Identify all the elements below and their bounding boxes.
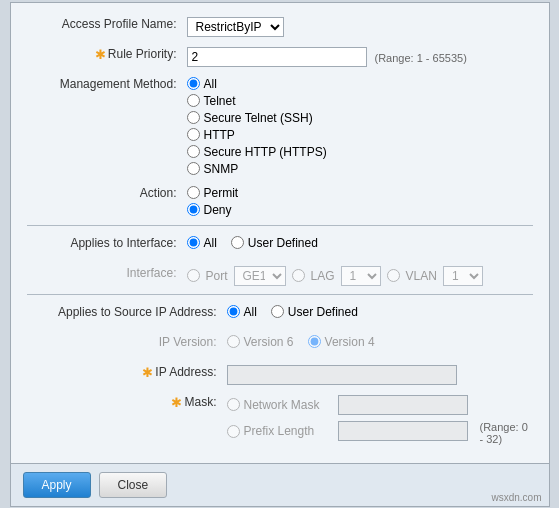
dialog-footer: Apply Close bbox=[11, 463, 549, 506]
source-ip-all-label: All bbox=[244, 305, 257, 319]
source-ip-user-label: User Defined bbox=[288, 305, 358, 319]
mgmt-telnet-radio[interactable] bbox=[187, 94, 200, 107]
action-deny-label: Deny bbox=[204, 203, 232, 217]
ip-version-group: Version 6 Version 4 bbox=[227, 335, 375, 349]
prefix-length-label: Prefix Length bbox=[244, 424, 334, 438]
management-method-row: Management Method: All Telnet bbox=[27, 75, 533, 176]
applies-source-ip-label: Applies to Source IP Address: bbox=[27, 303, 227, 319]
iface-vlan-label: VLAN bbox=[406, 269, 437, 283]
mgmt-telnet-option: Telnet bbox=[187, 94, 327, 108]
ip-address-label: ✱ IP Address: bbox=[27, 363, 227, 380]
mgmt-all-label: All bbox=[204, 77, 217, 91]
mgmt-http-label: HTTP bbox=[204, 128, 235, 142]
interface-all-radio[interactable] bbox=[187, 236, 200, 249]
mgmt-https-radio[interactable] bbox=[187, 145, 200, 158]
ip-v6-option: Version 6 bbox=[227, 335, 294, 349]
rule-priority-input[interactable]: 2 bbox=[187, 47, 367, 67]
action-permit-label: Permit bbox=[204, 186, 239, 200]
mgmt-https-option: Secure HTTP (HTTPS) bbox=[187, 145, 327, 159]
source-ip-group: All User Defined bbox=[227, 305, 358, 319]
mgmt-snmp-option: SNMP bbox=[187, 162, 327, 176]
access-profile-label: Access Profile Name: bbox=[27, 15, 187, 31]
watermark: wsxdn.com bbox=[491, 492, 541, 503]
mgmt-ssh-label: Secure Telnet (SSH) bbox=[204, 111, 313, 125]
prefix-length-option: Prefix Length (Range: 0 - 32) bbox=[227, 418, 533, 445]
required-star-mask: ✱ bbox=[171, 395, 182, 410]
network-mask-label: Network Mask bbox=[244, 398, 334, 412]
mask-group: Network Mask Prefix Length (Range: 0 - 3… bbox=[227, 395, 533, 445]
vlan-select[interactable]: 1 bbox=[443, 266, 483, 286]
interface-all-option: All bbox=[187, 236, 217, 250]
required-star-ip: ✱ bbox=[142, 365, 153, 380]
divider-2 bbox=[27, 294, 533, 295]
applies-interface-row: Applies to Interface: All User Defined bbox=[27, 234, 533, 256]
network-mask-option: Network Mask bbox=[227, 395, 533, 415]
apply-button[interactable]: Apply bbox=[23, 472, 91, 498]
prefix-length-input[interactable] bbox=[338, 421, 468, 441]
interface-options-group: All User Defined bbox=[187, 236, 318, 250]
action-group: Permit Deny bbox=[187, 186, 239, 217]
action-deny-option: Deny bbox=[187, 203, 239, 217]
action-permit-radio[interactable] bbox=[187, 186, 200, 199]
source-ip-all-radio[interactable] bbox=[227, 305, 240, 318]
mask-label: ✱ Mask: bbox=[27, 393, 227, 410]
interface-detail-row: Interface: Port GE1 LAG 1 bbox=[27, 264, 533, 286]
applies-source-ip-row: Applies to Source IP Address: All User D… bbox=[27, 303, 533, 325]
ip-v4-radio[interactable] bbox=[308, 335, 321, 348]
close-button[interactable]: Close bbox=[99, 472, 168, 498]
iface-port-label: Port bbox=[206, 269, 228, 283]
iface-lag-radio[interactable] bbox=[292, 269, 305, 282]
mgmt-telnet-label: Telnet bbox=[204, 94, 236, 108]
mgmt-all-radio[interactable] bbox=[187, 77, 200, 90]
divider-1 bbox=[27, 225, 533, 226]
mgmt-ssh-radio[interactable] bbox=[187, 111, 200, 124]
interface-user-label: User Defined bbox=[248, 236, 318, 250]
ip-v6-label: Version 6 bbox=[244, 335, 294, 349]
ip-address-input[interactable] bbox=[227, 365, 457, 385]
network-mask-radio[interactable] bbox=[227, 398, 240, 411]
ip-v4-option: Version 4 bbox=[308, 335, 375, 349]
prefix-length-radio[interactable] bbox=[227, 425, 240, 438]
mgmt-snmp-radio[interactable] bbox=[187, 162, 200, 175]
iface-vlan-radio[interactable] bbox=[387, 269, 400, 282]
mgmt-ssh-option: Secure Telnet (SSH) bbox=[187, 111, 327, 125]
applies-interface-label: Applies to Interface: bbox=[27, 234, 187, 250]
iface-lag-label: LAG bbox=[311, 269, 335, 283]
access-profile-row: Access Profile Name: RestrictByIP bbox=[27, 15, 533, 37]
port-select[interactable]: GE1 bbox=[234, 266, 286, 286]
mgmt-https-label: Secure HTTP (HTTPS) bbox=[204, 145, 327, 159]
lag-select[interactable]: 1 bbox=[341, 266, 381, 286]
prefix-length-range: (Range: 0 - 32) bbox=[472, 418, 533, 445]
interface-user-radio[interactable] bbox=[231, 236, 244, 249]
ip-version-row: IP Version: Version 6 Version 4 bbox=[27, 333, 533, 355]
iface-port-radio[interactable] bbox=[187, 269, 200, 282]
rule-priority-range: (Range: 1 - 65535) bbox=[367, 49, 467, 64]
action-label: Action: bbox=[27, 184, 187, 200]
management-method-label: Management Method: bbox=[27, 75, 187, 91]
interface-controls: Port GE1 LAG 1 VLAN 1 bbox=[187, 266, 483, 286]
interface-all-label: All bbox=[204, 236, 217, 250]
action-deny-radio[interactable] bbox=[187, 203, 200, 216]
action-permit-option: Permit bbox=[187, 186, 239, 200]
interface-detail-label: Interface: bbox=[27, 264, 187, 280]
mask-row: ✱ Mask: Network Mask Prefix Length bbox=[27, 393, 533, 445]
mgmt-http-radio[interactable] bbox=[187, 128, 200, 141]
ip-v6-radio[interactable] bbox=[227, 335, 240, 348]
source-ip-all-option: All bbox=[227, 305, 257, 319]
ip-address-row: ✱ IP Address: bbox=[27, 363, 533, 385]
interface-user-option: User Defined bbox=[231, 236, 318, 250]
required-star-priority: ✱ bbox=[95, 47, 106, 62]
management-method-group: All Telnet Secure Telnet (SSH) HTTP bbox=[187, 77, 327, 176]
ip-version-label: IP Version: bbox=[27, 333, 227, 349]
network-mask-input[interactable] bbox=[338, 395, 468, 415]
rule-priority-label: ✱ Rule Priority: bbox=[27, 45, 187, 62]
ip-v4-label: Version 4 bbox=[325, 335, 375, 349]
source-ip-user-radio[interactable] bbox=[271, 305, 284, 318]
source-ip-user-option: User Defined bbox=[271, 305, 358, 319]
mgmt-all-option: All bbox=[187, 77, 327, 91]
mgmt-http-option: HTTP bbox=[187, 128, 327, 142]
access-profile-select[interactable]: RestrictByIP bbox=[187, 17, 284, 37]
rule-priority-row: ✱ Rule Priority: 2 (Range: 1 - 65535) bbox=[27, 45, 533, 67]
action-row: Action: Permit Deny bbox=[27, 184, 533, 217]
mgmt-snmp-label: SNMP bbox=[204, 162, 239, 176]
